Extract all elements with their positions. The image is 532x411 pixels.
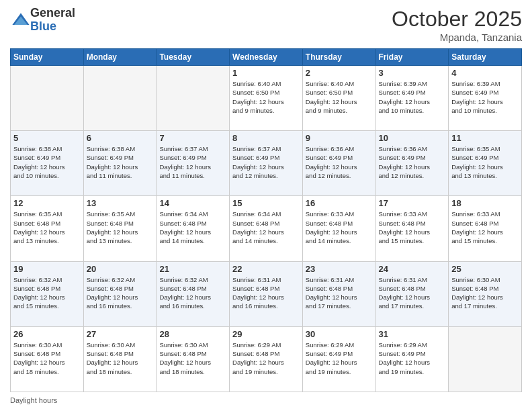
day-info: Sunrise: 6:36 AMSunset: 6:49 PMDaylight:… xyxy=(306,144,373,180)
calendar-cell: 22Sunrise: 6:31 AMSunset: 6:48 PMDayligh… xyxy=(230,261,303,326)
day-number: 6 xyxy=(87,133,154,143)
calendar-cell: 25Sunrise: 6:30 AMSunset: 6:48 PMDayligh… xyxy=(449,261,522,326)
day-info: Sunrise: 6:30 AMSunset: 6:48 PMDaylight:… xyxy=(159,340,226,376)
day-number: 19 xyxy=(13,264,81,274)
weekday-header-sunday: Sunday xyxy=(11,49,84,66)
calendar-cell: 20Sunrise: 6:32 AMSunset: 6:48 PMDayligh… xyxy=(83,261,157,326)
calendar-cell: 9Sunrise: 6:36 AMSunset: 6:49 PMDaylight… xyxy=(302,131,375,196)
logo-icon xyxy=(11,11,30,30)
day-number: 15 xyxy=(232,198,300,208)
day-info: Sunrise: 6:29 AMSunset: 6:48 PMDaylight:… xyxy=(232,340,300,376)
calendar-cell: 6Sunrise: 6:38 AMSunset: 6:49 PMDaylight… xyxy=(83,131,157,196)
day-info: Sunrise: 6:32 AMSunset: 6:48 PMDaylight:… xyxy=(13,275,81,311)
calendar-week-row: 12Sunrise: 6:35 AMSunset: 6:48 PMDayligh… xyxy=(11,196,522,261)
calendar-week-row: 19Sunrise: 6:32 AMSunset: 6:48 PMDayligh… xyxy=(11,261,522,326)
calendar-week-row: 26Sunrise: 6:30 AMSunset: 6:48 PMDayligh… xyxy=(11,326,522,392)
calendar-cell: 23Sunrise: 6:31 AMSunset: 6:48 PMDayligh… xyxy=(302,261,375,326)
calendar-cell: 1Sunrise: 6:40 AMSunset: 6:50 PMDaylight… xyxy=(230,66,303,131)
calendar-cell: 11Sunrise: 6:35 AMSunset: 6:49 PMDayligh… xyxy=(449,131,522,196)
calendar-cell: 24Sunrise: 6:31 AMSunset: 6:48 PMDayligh… xyxy=(375,261,449,326)
calendar-cell: 16Sunrise: 6:33 AMSunset: 6:48 PMDayligh… xyxy=(302,196,375,261)
day-info: Sunrise: 6:38 AMSunset: 6:49 PMDaylight:… xyxy=(13,144,81,180)
day-number: 3 xyxy=(379,68,446,78)
calendar-cell xyxy=(449,326,522,392)
calendar-cell: 8Sunrise: 6:37 AMSunset: 6:49 PMDaylight… xyxy=(230,131,303,196)
day-info: Sunrise: 6:31 AMSunset: 6:48 PMDaylight:… xyxy=(232,275,300,311)
day-number: 12 xyxy=(13,198,81,208)
day-info: Sunrise: 6:34 AMSunset: 6:48 PMDaylight:… xyxy=(159,210,226,245)
calendar-cell: 19Sunrise: 6:32 AMSunset: 6:48 PMDayligh… xyxy=(11,261,84,326)
day-number: 7 xyxy=(159,133,226,143)
calendar-cell xyxy=(83,66,157,131)
day-info: Sunrise: 6:29 AMSunset: 6:49 PMDaylight:… xyxy=(379,340,446,376)
day-info: Sunrise: 6:32 AMSunset: 6:48 PMDaylight:… xyxy=(87,275,154,311)
calendar-cell: 7Sunrise: 6:37 AMSunset: 6:49 PMDaylight… xyxy=(157,131,230,196)
calendar-cell: 30Sunrise: 6:29 AMSunset: 6:49 PMDayligh… xyxy=(302,326,375,392)
day-number: 30 xyxy=(306,329,373,339)
day-info: Sunrise: 6:30 AMSunset: 6:48 PMDaylight:… xyxy=(87,340,154,376)
day-number: 20 xyxy=(87,264,154,274)
weekday-header-wednesday: Wednesday xyxy=(230,49,303,66)
calendar-cell: 13Sunrise: 6:35 AMSunset: 6:48 PMDayligh… xyxy=(83,196,157,261)
day-info: Sunrise: 6:33 AMSunset: 6:48 PMDaylight:… xyxy=(451,210,519,245)
day-info: Sunrise: 6:40 AMSunset: 6:50 PMDaylight:… xyxy=(306,79,373,115)
day-info: Sunrise: 6:33 AMSunset: 6:48 PMDaylight:… xyxy=(379,210,446,245)
day-info: Sunrise: 6:30 AMSunset: 6:48 PMDaylight:… xyxy=(451,275,519,311)
footer: Daylight hours xyxy=(10,396,522,404)
weekday-header-thursday: Thursday xyxy=(302,49,375,66)
logo-area: General Blue xyxy=(10,7,75,34)
calendar-cell: 28Sunrise: 6:30 AMSunset: 6:48 PMDayligh… xyxy=(157,326,230,392)
day-info: Sunrise: 6:32 AMSunset: 6:48 PMDaylight:… xyxy=(159,275,226,311)
day-number: 1 xyxy=(232,68,300,78)
calendar-cell xyxy=(157,66,230,131)
day-number: 17 xyxy=(379,198,446,208)
day-info: Sunrise: 6:39 AMSunset: 6:49 PMDaylight:… xyxy=(379,79,446,115)
day-number: 9 xyxy=(306,133,373,143)
calendar-cell xyxy=(11,66,84,131)
day-number: 26 xyxy=(13,329,81,339)
day-number: 25 xyxy=(451,264,519,274)
day-number: 14 xyxy=(159,198,226,208)
day-info: Sunrise: 6:33 AMSunset: 6:48 PMDaylight:… xyxy=(306,210,373,245)
calendar-cell: 5Sunrise: 6:38 AMSunset: 6:49 PMDaylight… xyxy=(11,131,84,196)
calendar-cell: 15Sunrise: 6:34 AMSunset: 6:48 PMDayligh… xyxy=(230,196,303,261)
day-number: 21 xyxy=(159,264,226,274)
calendar-table: SundayMondayTuesdayWednesdayThursdayFrid… xyxy=(10,48,522,392)
day-info: Sunrise: 6:39 AMSunset: 6:49 PMDaylight:… xyxy=(451,79,519,115)
title-area: October 2025 Mpanda, Tanzania xyxy=(392,7,522,43)
day-number: 11 xyxy=(451,133,519,143)
day-number: 24 xyxy=(379,264,446,274)
day-number: 31 xyxy=(379,329,446,339)
day-number: 22 xyxy=(232,264,300,274)
weekday-header-row: SundayMondayTuesdayWednesdayThursdayFrid… xyxy=(11,49,522,66)
calendar-cell: 29Sunrise: 6:29 AMSunset: 6:48 PMDayligh… xyxy=(230,326,303,392)
day-info: Sunrise: 6:37 AMSunset: 6:49 PMDaylight:… xyxy=(232,144,300,180)
weekday-header-friday: Friday xyxy=(375,49,449,66)
calendar-cell: 21Sunrise: 6:32 AMSunset: 6:48 PMDayligh… xyxy=(157,261,230,326)
header: General Blue October 2025 Mpanda, Tanzan… xyxy=(10,7,522,43)
day-number: 27 xyxy=(87,329,154,339)
day-info: Sunrise: 6:31 AMSunset: 6:48 PMDaylight:… xyxy=(379,275,446,311)
day-number: 8 xyxy=(232,133,300,143)
logo-general: General xyxy=(30,7,75,20)
calendar-cell: 26Sunrise: 6:30 AMSunset: 6:48 PMDayligh… xyxy=(11,326,84,392)
calendar-cell: 12Sunrise: 6:35 AMSunset: 6:48 PMDayligh… xyxy=(11,196,84,261)
day-info: Sunrise: 6:34 AMSunset: 6:48 PMDaylight:… xyxy=(232,210,300,245)
weekday-header-saturday: Saturday xyxy=(449,49,522,66)
calendar-cell: 2Sunrise: 6:40 AMSunset: 6:50 PMDaylight… xyxy=(302,66,375,131)
calendar-cell: 3Sunrise: 6:39 AMSunset: 6:49 PMDaylight… xyxy=(375,66,449,131)
logo-blue: Blue xyxy=(30,20,75,34)
calendar-cell: 27Sunrise: 6:30 AMSunset: 6:48 PMDayligh… xyxy=(83,326,157,392)
day-info: Sunrise: 6:40 AMSunset: 6:50 PMDaylight:… xyxy=(232,79,300,115)
weekday-header-tuesday: Tuesday xyxy=(157,49,230,66)
day-number: 5 xyxy=(13,133,81,143)
calendar-cell: 4Sunrise: 6:39 AMSunset: 6:49 PMDaylight… xyxy=(449,66,522,131)
logo-text: General Blue xyxy=(30,7,75,34)
day-number: 18 xyxy=(451,198,519,208)
day-info: Sunrise: 6:29 AMSunset: 6:49 PMDaylight:… xyxy=(306,340,373,376)
calendar-week-row: 1Sunrise: 6:40 AMSunset: 6:50 PMDaylight… xyxy=(11,66,522,131)
day-info: Sunrise: 6:35 AMSunset: 6:49 PMDaylight:… xyxy=(451,144,519,180)
day-number: 10 xyxy=(379,133,446,143)
day-info: Sunrise: 6:35 AMSunset: 6:48 PMDaylight:… xyxy=(13,210,81,245)
day-number: 13 xyxy=(87,198,154,208)
